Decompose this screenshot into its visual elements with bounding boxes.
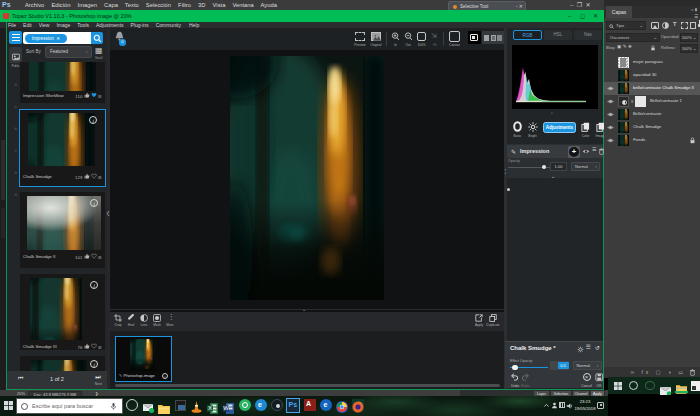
svg-text:W: W bbox=[223, 405, 229, 411]
svg-text:X: X bbox=[208, 405, 212, 411]
